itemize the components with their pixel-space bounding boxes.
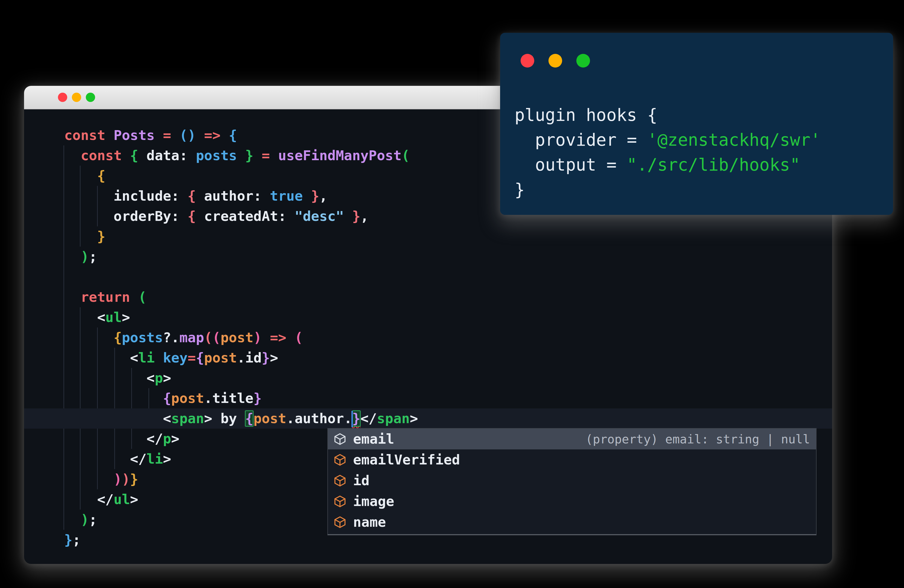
code-line[interactable]: {posts?.map((post) => ( bbox=[24, 327, 832, 348]
code-line[interactable]: } bbox=[24, 226, 832, 247]
code-token: </ bbox=[64, 451, 147, 467]
code-token: < bbox=[64, 350, 138, 366]
code-line[interactable]: <p> bbox=[24, 368, 832, 388]
text-cursor bbox=[351, 411, 353, 427]
code-token: .title bbox=[204, 390, 254, 406]
code-token: author: bbox=[196, 188, 270, 204]
autocomplete-item-hint: (property) email: string | null bbox=[586, 432, 810, 446]
code-token: ?. bbox=[163, 330, 179, 346]
code-line[interactable]: ); bbox=[24, 247, 832, 267]
autocomplete-item-emailVerified[interactable]: emailVerified bbox=[328, 449, 816, 470]
desktop: const Posts = () => { const { data: post… bbox=[0, 0, 904, 588]
code-token: p bbox=[163, 431, 171, 447]
code-token: .id bbox=[237, 350, 262, 366]
code-token: } bbox=[64, 532, 73, 548]
code-token bbox=[237, 148, 245, 163]
code-token bbox=[253, 148, 262, 163]
code-token bbox=[64, 390, 163, 406]
autocomplete-item-label: emailVerified bbox=[353, 452, 460, 468]
code-token: map bbox=[179, 330, 204, 346]
code-token: post bbox=[171, 390, 204, 406]
code-token: ; bbox=[89, 249, 97, 265]
code-token: data: bbox=[138, 148, 196, 163]
code-token bbox=[64, 330, 114, 346]
code-token: useFindManyPost bbox=[278, 148, 402, 163]
schema-token: } bbox=[515, 180, 525, 199]
code-token: ) bbox=[81, 249, 89, 265]
schema-titlebar[interactable] bbox=[521, 54, 604, 68]
code-token: > bbox=[163, 451, 171, 467]
zoom-button[interactable] bbox=[86, 93, 95, 102]
code-token: </ bbox=[360, 411, 377, 427]
code-token: ; bbox=[73, 532, 81, 548]
code-token: const bbox=[64, 127, 114, 143]
code-token bbox=[64, 512, 81, 528]
code-token bbox=[196, 127, 204, 143]
code-token: , bbox=[360, 208, 369, 224]
autocomplete-item-name[interactable]: name bbox=[328, 512, 816, 533]
code-token: li bbox=[147, 451, 163, 467]
schema-line: plugin hooks { bbox=[515, 103, 821, 127]
code-token: const bbox=[81, 148, 130, 163]
autocomplete-item-image[interactable]: image bbox=[328, 491, 816, 512]
code-line[interactable]: <span> by {post.author.}</span> bbox=[24, 408, 832, 428]
autocomplete-item-id[interactable]: id bbox=[328, 470, 816, 491]
code-token: } bbox=[130, 471, 138, 487]
code-line[interactable]: {post.title} bbox=[24, 388, 832, 408]
autocomplete-popup: email(property) email: string | nullemai… bbox=[327, 428, 817, 535]
code-token: posts bbox=[122, 330, 163, 346]
code-token: post bbox=[204, 350, 237, 366]
field-cube-icon bbox=[333, 515, 347, 529]
code-line[interactable]: <ul> bbox=[24, 307, 832, 327]
code-token: ) bbox=[122, 471, 130, 487]
schema-line: output = "./src/lib/hooks" bbox=[515, 152, 821, 177]
code-line[interactable] bbox=[24, 267, 832, 287]
code-token bbox=[64, 289, 81, 305]
code-token: > bbox=[130, 492, 138, 507]
code-token: } bbox=[97, 229, 105, 244]
code-token: Posts bbox=[114, 127, 155, 143]
code-token: </ bbox=[64, 431, 163, 447]
code-token: = bbox=[188, 350, 196, 366]
code-token bbox=[64, 229, 97, 244]
code-token: < bbox=[64, 310, 106, 325]
schema-code[interactable]: plugin hooks { provider = '@zenstackhq/s… bbox=[515, 103, 821, 202]
code-token: ( bbox=[212, 330, 221, 346]
code-token: ) bbox=[253, 330, 262, 346]
code-token: } bbox=[352, 208, 360, 224]
minimize-button[interactable] bbox=[548, 54, 562, 68]
code-line[interactable]: <li key={post.id}> bbox=[24, 348, 832, 368]
code-token: p bbox=[155, 370, 163, 386]
code-token: < bbox=[64, 370, 155, 386]
code-token: createdAt: bbox=[196, 208, 295, 224]
code-token: ul bbox=[114, 492, 130, 507]
code-token: { bbox=[163, 390, 171, 406]
autocomplete-item-email[interactable]: email(property) email: string | null bbox=[328, 428, 816, 449]
code-token: > by bbox=[204, 411, 245, 427]
code-token bbox=[303, 188, 311, 204]
schema-window: plugin hooks { provider = '@zenstackhq/s… bbox=[500, 33, 893, 215]
code-token: return bbox=[81, 289, 138, 305]
minimize-button[interactable] bbox=[72, 93, 81, 102]
code-token: => bbox=[270, 330, 286, 346]
schema-token: '@zenstackhq/swr' bbox=[647, 130, 821, 150]
code-token: > bbox=[409, 411, 418, 427]
code-token: ( bbox=[295, 330, 303, 346]
code-token bbox=[286, 330, 295, 346]
close-button[interactable] bbox=[521, 54, 534, 68]
code-line[interactable]: return ( bbox=[24, 287, 832, 307]
code-token: } bbox=[253, 390, 262, 406]
code-token: = bbox=[262, 148, 270, 163]
zoom-button[interactable] bbox=[576, 54, 590, 68]
code-token: , bbox=[319, 188, 327, 204]
schema-line: } bbox=[515, 177, 821, 202]
close-button[interactable] bbox=[58, 93, 67, 102]
code-token: { bbox=[97, 168, 105, 184]
autocomplete-item-label: id bbox=[353, 473, 370, 488]
autocomplete-item-label: email bbox=[353, 431, 394, 447]
schema-token: "./src/lib/hooks" bbox=[627, 155, 800, 175]
code-token bbox=[262, 330, 270, 346]
code-token: include: bbox=[64, 188, 188, 204]
field-cube-icon bbox=[333, 494, 347, 509]
code-token bbox=[64, 168, 97, 184]
